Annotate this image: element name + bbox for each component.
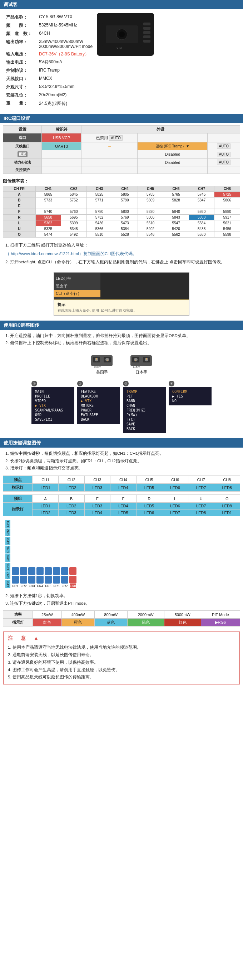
freq-row-E: E [3,203,240,209]
size-label: 外观尺寸： [6,83,38,91]
power-value: 25mW/400mW/800mW 2000mW/8000mW/Pit mode [39,38,93,50]
ch-table-section: 频点 CH1 CH2 CH3 CH4 CH5 CH6 CH7 CH8 指示灯 L… [0,474,243,493]
power-800mw: 800mW [94,611,127,619]
freq-band-F: F [3,209,36,215]
led-6b [53,576,60,584]
ch-header-5: CH5 [136,476,162,484]
cli-tip-title: 提示 [58,302,185,307]
product-details: 产品名称： CY 5.8G 8W VTX 频 段： 5325MHz-5945MH… [5,13,93,108]
row-uart3-label: 天线接口 [3,142,42,150]
freq-table: CH FR CH1 CH2 CH3 CH4 CH5 CH6 CH7 CH8 A5… [3,186,240,237]
warning-item-2: 2. 通电前请安装天线，以延长图传使用寿命。 [8,651,235,659]
svg-text:美国手: 美国手 [94,366,101,368]
band-led1-o: LED8 [214,503,240,509]
product-name-label: 产品名称： [6,14,38,21]
freq-header-ch3: CH3 [87,186,112,192]
band-led-label: 指示灯 [3,503,33,516]
page-header: 调试客 [0,0,243,9]
freq-label: 频 段： [6,22,38,29]
band-led2-e: LED4 [84,509,110,516]
freq-val-L-ch3: 5436 [87,220,112,226]
power-pit: PIT Mode [201,611,240,619]
band-led1-r: LED5 [136,503,162,509]
power-led-label: 指示灯 [3,619,33,627]
freq-row-R: R56585695573257695806584358805917 [3,215,240,220]
freq-val-L-ch4: 5473 [112,220,138,226]
band-led1-b: LED2 [58,503,84,509]
power-led-400: 橙色 [62,619,94,627]
col-identifier-header: 标识符 [42,126,81,134]
irc-row-port: 端口 USB VCP 已禁用 AUTO [3,134,240,142]
band-led2-b: LED3 [58,509,84,516]
band-led1-u: LED7 [188,503,214,509]
osd-menu1-box: MAIN PROFILE VIDEO ▶ VTX SCANPAN/RAAAS O… [32,387,74,424]
freq-val-E-ch7 [189,203,215,209]
ch4-vert-label: CH4 [5,546,10,554]
ch-led-6: LED6 [162,484,188,492]
band-led1-l: LED6 [162,503,188,509]
freq-row-U: U53255348536653845402542054385456 [3,226,240,232]
band-header-b: B [58,495,84,503]
ch-led-1: LED1 [33,484,58,492]
fr4-label: FR4 [37,584,43,588]
freq-header-ch7: CH7 [189,186,215,192]
freq-val-E-ch3 [87,203,112,209]
freq-val-F-ch6: 5840 [163,209,189,215]
fr2-label: FR2 [21,584,27,588]
power-led-5000: 红色 [164,619,201,627]
freq-val-A-ch2: 5845 [61,192,87,197]
qr-url: （ http://www.idc-rf.com/news/1221.html）复… [5,250,238,258]
ch-led-row: 指示灯 LED1 LED2 LED3 LED4 LED5 LED6 LED7 L… [3,484,240,492]
cli-menu-cli[interactable]: CLI（命令行） [54,290,100,298]
ch-led-5: LED5 [136,484,162,492]
weight-label: 重 量： [6,100,38,107]
cli-inner: LED灯带 黑盒子 CLI（命令行） [54,273,189,299]
fr1-label: FR1 [12,584,18,588]
warning-item-3: 3. 请在通风良好的环境下使用，以保持高效率。 [8,659,235,666]
freq-val-O-ch2: 5492 [61,232,87,237]
freq-val-L-ch6: 5547 [163,220,189,226]
cli-menu-led[interactable]: LED灯带 [54,275,100,282]
ch-header-7: CH7 [188,476,214,484]
freq-val-L-ch7: 5584 [189,220,215,226]
row-config-label: 配置 [3,150,42,159]
freq-val-E-ch4 [112,203,138,209]
freq-val-R-ch6: 5843 [163,215,189,220]
product-info-section: 产品名称： CY 5.8G 8W VTX 频 段： 5325MHz-5945MH… [0,9,243,111]
freq-val-U-ch2: 5348 [61,226,87,232]
power-400mw: 400mW [62,611,94,619]
osd-menu-4: ④ CONFIRM ▶ YES NO [169,381,211,433]
freq-row-O: O54745492551055285546556255805598 [3,232,240,237]
band-led1-f: LED4 [110,503,137,509]
led-col-4: FR4 [36,567,44,588]
band-header-l: L [162,495,188,503]
cli-right-panel [100,273,189,299]
warning-item-4: 4. 图传工作时会产生高温，请勿用手直接触碰，以免烫伤。 [8,666,235,674]
output-v-label: 输出电压： [6,59,38,66]
freq-row-A: A58655845582558055785576557455725 [3,192,240,197]
warning-title: 注 意 ▲ [8,635,235,641]
row-power-disabled: Disabled [137,159,208,166]
freq-table-body: A58655845582558055785576557455725B573357… [3,192,240,237]
cli-menu-blackbox[interactable]: 黑盒子 [54,282,100,290]
irc-tune-title: 使用IRC调整图传 [0,321,243,330]
led-2 [20,567,27,575]
freq-row-B: B57335752577157905809582858475866 [3,197,240,203]
fr3-label: FR3 [28,584,35,588]
freq-val-U-ch6: 5420 [163,226,189,232]
freq-val-F-ch3: 5780 [87,209,112,215]
ch-header-6: CH6 [162,476,188,484]
band-led2-f: LED5 [110,509,137,516]
freq-header-ch6: CH6 [163,186,189,192]
power-led-25: 红色 [33,619,62,627]
freq-val-U-ch3: 5366 [87,226,112,232]
freq-val-R-ch3: 5732 [87,215,112,220]
cli-tip-box: 提示 在此面板上输入命令, 使用Tab可以进行自动完成。 [54,299,189,315]
led-2b [20,576,27,584]
osd-menu1-number: ① [32,381,37,387]
band-led2-u: LED8 [188,509,214,516]
band-led2-l: LED7 [162,509,188,516]
warning-section: 注 意 ▲ 1. 使用本产品请遵守当地无线电法律法规，使用当地允许的频道范围。 … [3,632,240,684]
led-1 [12,567,19,575]
svg-text:VTX: VTX [117,46,122,49]
